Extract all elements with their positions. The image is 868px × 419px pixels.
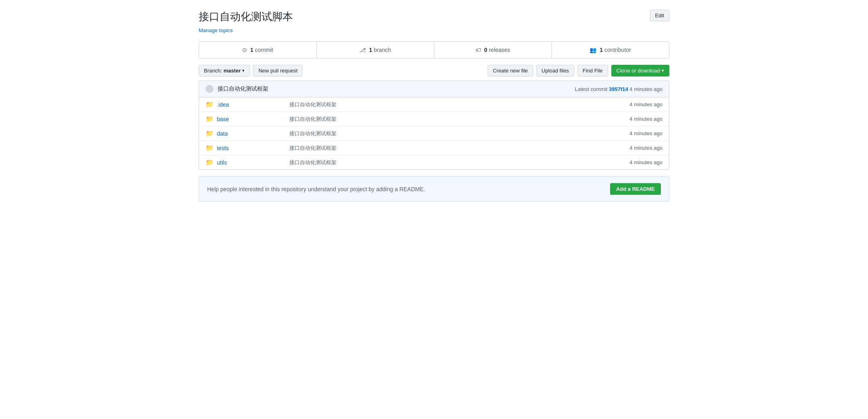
branch-selector[interactable]: Branch: master: [199, 65, 250, 76]
table-row: 📁 tests 接口自动化测试框架 4 minutes ago: [199, 141, 669, 155]
file-table: 接口自动化测试框架 Latest commit 3957f14 4 minute…: [199, 80, 669, 170]
branch-prefix-label: Branch:: [204, 68, 222, 74]
file-time: 4 minutes ago: [614, 101, 662, 107]
create-new-file-button[interactable]: Create new file: [488, 65, 533, 76]
toolbar-left: Branch: master New pull request: [199, 65, 303, 76]
commit-message: 接口自动化测试框架: [218, 85, 571, 93]
commit-icon: ⊙: [242, 47, 247, 53]
contributors-label: contributor: [604, 47, 631, 53]
file-commit-msg: 接口自动化测试框架: [289, 101, 614, 108]
folder-icon: 📁: [206, 159, 214, 166]
new-pull-request-button[interactable]: New pull request: [253, 65, 303, 76]
edit-button[interactable]: Edit: [650, 10, 669, 21]
readme-banner-text: Help people interested in this repositor…: [207, 186, 425, 192]
avatar: [206, 85, 214, 93]
stats-bar: ⊙ 1 commit ⎇ 1 branch 🏷 0 releases 👥 1 c…: [199, 41, 669, 58]
file-commit-msg: 接口自动化测试框架: [289, 159, 614, 166]
branch-name-label: master: [224, 68, 241, 74]
releases-stat[interactable]: 🏷 0 releases: [434, 42, 552, 58]
table-row: 📁 base 接口自动化测试框架 4 minutes ago: [199, 112, 669, 126]
releases-label: releases: [489, 47, 510, 53]
table-row: 📁 data 接口自动化测试框架 4 minutes ago: [199, 126, 669, 141]
toolbar-right: Create new file Upload files Find File C…: [488, 65, 669, 76]
releases-count: 0: [484, 47, 488, 53]
commits-count: 1: [250, 47, 253, 53]
file-name-link[interactable]: utils: [217, 159, 289, 166]
branches-stat[interactable]: ⎇ 1 branch: [317, 42, 434, 58]
file-name-link[interactable]: data: [217, 130, 289, 137]
readme-banner: Help people interested in this repositor…: [199, 176, 669, 202]
file-commit-msg: 接口自动化测试框架: [289, 144, 614, 152]
folder-icon: 📁: [206, 101, 214, 108]
file-name-link[interactable]: .idea: [217, 101, 289, 108]
branches-label: branch: [374, 47, 391, 53]
manage-topics-link[interactable]: Manage topics: [199, 27, 233, 33]
commit-time: 4 minutes ago: [629, 86, 662, 92]
clone-or-download-button[interactable]: Clone or download: [611, 65, 669, 76]
table-row: 📁 utils 接口自动化测试框架 4 minutes ago: [199, 155, 669, 169]
file-commit-msg: 接口自动化测试框架: [289, 116, 614, 123]
add-readme-button[interactable]: Add a README: [610, 183, 661, 195]
repo-title: 接口自动化测试脚本: [199, 10, 293, 24]
contributors-stat[interactable]: 👥 1 contributor: [552, 42, 669, 58]
tag-icon: 🏷: [476, 47, 481, 53]
table-row: 📁 .idea 接口自动化测试框架 4 minutes ago: [199, 97, 669, 112]
folder-icon: 📁: [206, 144, 214, 152]
file-commit-msg: 接口自动化测试框架: [289, 130, 614, 137]
file-time: 4 minutes ago: [614, 145, 662, 151]
commit-hash-link[interactable]: 3957f14: [609, 86, 628, 92]
file-name-link[interactable]: base: [217, 116, 289, 122]
latest-commit-row: 接口自动化测试框架 Latest commit 3957f14 4 minute…: [199, 81, 669, 97]
commit-meta: Latest commit 3957f14 4 minutes ago: [575, 86, 662, 92]
branch-icon: ⎇: [359, 47, 366, 53]
file-time: 4 minutes ago: [614, 130, 662, 136]
contributors-count: 1: [600, 47, 603, 53]
contributor-icon: 👥: [590, 47, 596, 53]
file-name-link[interactable]: tests: [217, 145, 289, 151]
file-time: 4 minutes ago: [614, 116, 662, 122]
folder-icon: 📁: [206, 130, 214, 137]
folder-icon: 📁: [206, 115, 214, 123]
commits-stat[interactable]: ⊙ 1 commit: [199, 42, 317, 58]
latest-commit-prefix: Latest commit: [575, 86, 607, 92]
file-time: 4 minutes ago: [614, 159, 662, 165]
branches-count: 1: [369, 47, 372, 53]
commits-label: commit: [255, 47, 273, 53]
upload-files-button[interactable]: Upload files: [536, 65, 574, 76]
find-file-button[interactable]: Find File: [577, 65, 608, 76]
toolbar: Branch: master New pull request Create n…: [199, 65, 669, 76]
